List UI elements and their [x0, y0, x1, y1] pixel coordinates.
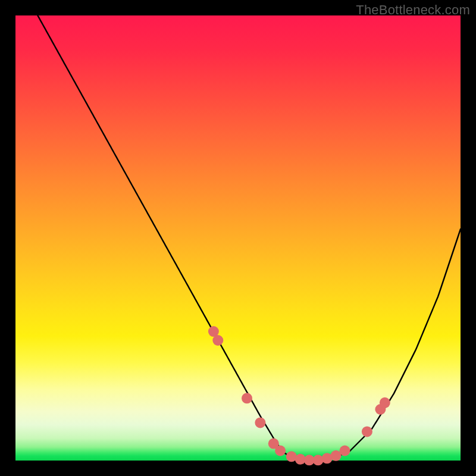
- marker-dot: [275, 446, 286, 456]
- marker-dot: [212, 335, 223, 346]
- marker-dot: [313, 455, 324, 465]
- marker-dot: [362, 426, 372, 437]
- chart-frame: TheBottleneck.com: [0, 0, 476, 476]
- marker-dot: [242, 393, 252, 403]
- watermark-text: TheBottleneck.com: [356, 2, 470, 18]
- marker-dot: [340, 446, 350, 456]
- marker-group: [208, 326, 390, 465]
- curve-group: [15, 0, 461, 461]
- bottleneck-curve-path: [15, 0, 461, 461]
- chart-svg: [15, 15, 461, 461]
- marker-dot: [255, 417, 265, 428]
- marker-dot: [380, 397, 390, 408]
